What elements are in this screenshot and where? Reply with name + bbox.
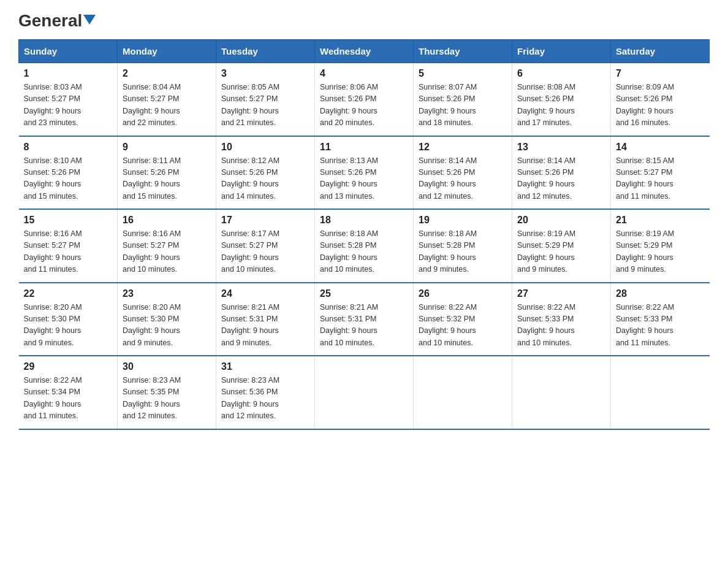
calendar-cell: 18 Sunrise: 8:18 AM Sunset: 5:28 PM Dayl… (315, 209, 414, 283)
day-number: 25 (320, 288, 408, 299)
weekday-header-row: SundayMondayTuesdayWednesdayThursdayFrid… (19, 40, 710, 63)
header-wednesday: Wednesday (315, 40, 414, 63)
day-info: Sunrise: 8:17 AM Sunset: 5:27 PM Dayligh… (221, 228, 309, 276)
week-row-5: 29 Sunrise: 8:22 AM Sunset: 5:34 PM Dayl… (19, 356, 710, 429)
day-number: 26 (419, 288, 507, 299)
calendar-cell: 22 Sunrise: 8:20 AM Sunset: 5:30 PM Dayl… (19, 283, 118, 356)
calendar-cell: 6 Sunrise: 8:08 AM Sunset: 5:26 PM Dayli… (512, 63, 611, 136)
calendar-cell: 31 Sunrise: 8:23 AM Sunset: 5:36 PM Dayl… (216, 356, 315, 429)
day-info: Sunrise: 8:18 AM Sunset: 5:28 PM Dayligh… (419, 228, 507, 276)
day-number: 20 (517, 215, 605, 226)
day-number: 3 (221, 68, 309, 79)
calendar-cell: 2 Sunrise: 8:04 AM Sunset: 5:27 PM Dayli… (118, 63, 216, 136)
day-number: 7 (616, 68, 705, 79)
day-info: Sunrise: 8:10 AM Sunset: 5:26 PM Dayligh… (24, 155, 113, 203)
calendar-cell: 17 Sunrise: 8:17 AM Sunset: 5:27 PM Dayl… (216, 209, 315, 283)
day-info: Sunrise: 8:23 AM Sunset: 5:36 PM Dayligh… (221, 375, 309, 423)
header-thursday: Thursday (414, 40, 512, 63)
week-row-3: 15 Sunrise: 8:16 AM Sunset: 5:27 PM Dayl… (19, 209, 710, 283)
calendar-cell: 29 Sunrise: 8:22 AM Sunset: 5:34 PM Dayl… (19, 356, 118, 429)
logo-triangle-icon (83, 15, 96, 25)
day-number: 12 (419, 142, 507, 153)
day-info: Sunrise: 8:19 AM Sunset: 5:29 PM Dayligh… (517, 228, 605, 276)
calendar-cell: 13 Sunrise: 8:14 AM Sunset: 5:26 PM Dayl… (512, 136, 611, 210)
day-number: 27 (517, 288, 605, 299)
calendar-cell: 8 Sunrise: 8:10 AM Sunset: 5:26 PM Dayli… (19, 136, 118, 210)
header-saturday: Saturday (611, 40, 710, 63)
day-info: Sunrise: 8:07 AM Sunset: 5:26 PM Dayligh… (419, 82, 507, 129)
day-info: Sunrise: 8:03 AM Sunset: 5:27 PM Dayligh… (24, 82, 113, 129)
day-number: 29 (24, 361, 113, 372)
day-info: Sunrise: 8:06 AM Sunset: 5:26 PM Dayligh… (320, 82, 408, 129)
day-info: Sunrise: 8:21 AM Sunset: 5:31 PM Dayligh… (221, 302, 309, 350)
page-header: General (18, 12, 710, 27)
day-number: 22 (24, 288, 113, 299)
calendar-cell (611, 356, 710, 429)
calendar-cell: 25 Sunrise: 8:21 AM Sunset: 5:31 PM Dayl… (315, 283, 414, 356)
day-number: 16 (123, 215, 211, 226)
day-info: Sunrise: 8:14 AM Sunset: 5:26 PM Dayligh… (517, 155, 605, 203)
calendar-cell: 26 Sunrise: 8:22 AM Sunset: 5:32 PM Dayl… (414, 283, 512, 356)
day-number: 6 (517, 68, 605, 79)
logo-general: General (18, 12, 96, 29)
day-number: 8 (24, 142, 113, 153)
calendar-cell: 27 Sunrise: 8:22 AM Sunset: 5:33 PM Dayl… (512, 283, 611, 356)
day-info: Sunrise: 8:15 AM Sunset: 5:27 PM Dayligh… (616, 155, 705, 203)
day-info: Sunrise: 8:16 AM Sunset: 5:27 PM Dayligh… (24, 228, 113, 276)
header-tuesday: Tuesday (216, 40, 315, 63)
calendar-cell: 12 Sunrise: 8:14 AM Sunset: 5:26 PM Dayl… (414, 136, 512, 210)
day-info: Sunrise: 8:21 AM Sunset: 5:31 PM Dayligh… (320, 302, 408, 350)
header-sunday: Sunday (19, 40, 118, 63)
day-number: 23 (123, 288, 211, 299)
day-number: 5 (419, 68, 507, 79)
calendar-cell: 15 Sunrise: 8:16 AM Sunset: 5:27 PM Dayl… (19, 209, 118, 283)
week-row-4: 22 Sunrise: 8:20 AM Sunset: 5:30 PM Dayl… (19, 283, 710, 356)
day-info: Sunrise: 8:14 AM Sunset: 5:26 PM Dayligh… (419, 155, 507, 203)
day-number: 11 (320, 142, 408, 153)
calendar-cell (512, 356, 611, 429)
day-info: Sunrise: 8:11 AM Sunset: 5:26 PM Dayligh… (123, 155, 211, 203)
calendar-cell: 3 Sunrise: 8:05 AM Sunset: 5:27 PM Dayli… (216, 63, 315, 136)
day-number: 19 (419, 215, 507, 226)
calendar-cell: 7 Sunrise: 8:09 AM Sunset: 5:26 PM Dayli… (611, 63, 710, 136)
day-number: 28 (616, 288, 705, 299)
day-info: Sunrise: 8:20 AM Sunset: 5:30 PM Dayligh… (123, 302, 211, 350)
week-row-2: 8 Sunrise: 8:10 AM Sunset: 5:26 PM Dayli… (19, 136, 710, 210)
calendar-cell: 30 Sunrise: 8:23 AM Sunset: 5:35 PM Dayl… (118, 356, 216, 429)
day-number: 15 (24, 215, 113, 226)
calendar-cell: 23 Sunrise: 8:20 AM Sunset: 5:30 PM Dayl… (118, 283, 216, 356)
calendar-cell: 11 Sunrise: 8:13 AM Sunset: 5:26 PM Dayl… (315, 136, 414, 210)
header-monday: Monday (118, 40, 216, 63)
calendar-table: SundayMondayTuesdayWednesdayThursdayFrid… (18, 39, 710, 430)
day-number: 17 (221, 215, 309, 226)
calendar-cell: 20 Sunrise: 8:19 AM Sunset: 5:29 PM Dayl… (512, 209, 611, 283)
day-info: Sunrise: 8:22 AM Sunset: 5:34 PM Dayligh… (24, 375, 113, 423)
calendar-cell: 4 Sunrise: 8:06 AM Sunset: 5:26 PM Dayli… (315, 63, 414, 136)
day-info: Sunrise: 8:18 AM Sunset: 5:28 PM Dayligh… (320, 228, 408, 276)
day-number: 21 (616, 215, 705, 226)
day-info: Sunrise: 8:04 AM Sunset: 5:27 PM Dayligh… (123, 82, 211, 129)
logo: General (18, 12, 96, 27)
calendar-cell: 5 Sunrise: 8:07 AM Sunset: 5:26 PM Dayli… (414, 63, 512, 136)
day-number: 18 (320, 215, 408, 226)
day-number: 31 (221, 361, 309, 372)
calendar-cell: 28 Sunrise: 8:22 AM Sunset: 5:33 PM Dayl… (611, 283, 710, 356)
day-number: 2 (123, 68, 211, 79)
day-info: Sunrise: 8:19 AM Sunset: 5:29 PM Dayligh… (616, 228, 705, 276)
day-number: 30 (123, 361, 211, 372)
calendar-cell: 1 Sunrise: 8:03 AM Sunset: 5:27 PM Dayli… (19, 63, 118, 136)
calendar-cell (315, 356, 414, 429)
day-info: Sunrise: 8:09 AM Sunset: 5:26 PM Dayligh… (616, 82, 705, 129)
day-info: Sunrise: 8:13 AM Sunset: 5:26 PM Dayligh… (320, 155, 408, 203)
day-info: Sunrise: 8:16 AM Sunset: 5:27 PM Dayligh… (123, 228, 211, 276)
header-friday: Friday (512, 40, 611, 63)
day-number: 9 (123, 142, 211, 153)
calendar-cell: 9 Sunrise: 8:11 AM Sunset: 5:26 PM Dayli… (118, 136, 216, 210)
day-info: Sunrise: 8:05 AM Sunset: 5:27 PM Dayligh… (221, 82, 309, 129)
day-info: Sunrise: 8:08 AM Sunset: 5:26 PM Dayligh… (517, 82, 605, 129)
day-info: Sunrise: 8:12 AM Sunset: 5:26 PM Dayligh… (221, 155, 309, 203)
calendar-cell: 19 Sunrise: 8:18 AM Sunset: 5:28 PM Dayl… (414, 209, 512, 283)
calendar-cell: 24 Sunrise: 8:21 AM Sunset: 5:31 PM Dayl… (216, 283, 315, 356)
day-info: Sunrise: 8:22 AM Sunset: 5:32 PM Dayligh… (419, 302, 507, 350)
day-number: 10 (221, 142, 309, 153)
